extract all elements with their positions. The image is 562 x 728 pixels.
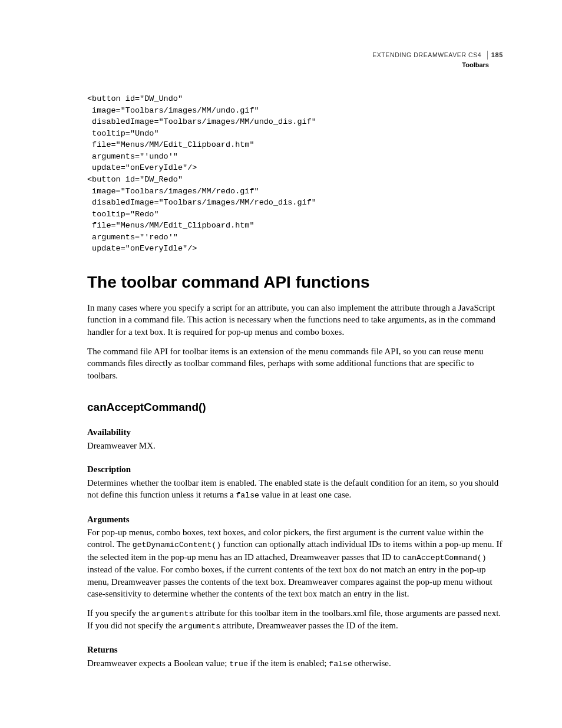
doc-title: EXTENDING DREAMWEAVER CS4 [372, 51, 481, 58]
section-heading: The toolbar command API functions [87, 271, 503, 294]
returns-code2: false [329, 660, 352, 668]
returns-mid: if the item is enabled; [248, 658, 329, 668]
returns-post: otherwise. [352, 658, 391, 668]
arguments-p2-code1: arguments [151, 610, 193, 618]
arguments-p1: For pop-up menus, combo boxes, text boxe… [87, 526, 503, 600]
arguments-p1-post: instead of the value. For combo boxes, i… [87, 565, 492, 598]
intro-paragraph-2: The command file API for toolbar items i… [87, 345, 503, 382]
returns-label: Returns [87, 644, 503, 655]
code-block: <button id="DW_Undo" image="Toolbars/ima… [87, 93, 503, 255]
arguments-p2: If you specify the arguments attribute f… [87, 607, 503, 632]
returns-text: Dreamweaver expects a Boolean value; tru… [87, 657, 503, 670]
description-post: value in at least one case. [259, 490, 351, 499]
availability-text: Dreamweaver MX. [87, 440, 503, 452]
running-header: EXTENDING DREAMWEAVER CS4 185 Toolbars [372, 51, 503, 70]
description-code: false [236, 491, 259, 500]
arguments-label: Arguments [87, 513, 503, 525]
page: EXTENDING DREAMWEAVER CS4 185 Toolbars <… [0, 0, 562, 728]
section-name: Toolbars [372, 61, 503, 70]
page-number: 185 [487, 51, 503, 60]
description-label: Description [87, 463, 503, 475]
returns-pre: Dreamweaver expects a Boolean value; [87, 658, 229, 668]
arguments-p1-code1: getDynamicContent() [133, 541, 221, 549]
intro-paragraph-1: In many cases where you specify a script… [87, 302, 503, 338]
arguments-p2-pre: If you specify the [87, 608, 151, 618]
content-area: <button id="DW_Undo" image="Toolbars/ima… [87, 93, 503, 670]
function-heading: canAcceptCommand() [87, 400, 503, 415]
arguments-p1-code2: canAcceptCommand() [402, 554, 486, 562]
returns-code1: true [229, 660, 248, 668]
description-text: Determines whether the toolbar item is e… [87, 477, 503, 502]
doc-title-line: EXTENDING DREAMWEAVER CS4 185 [372, 51, 503, 60]
arguments-p2-post: attribute, Dreamweaver passes the ID of … [220, 621, 398, 630]
arguments-p2-code2: arguments [178, 622, 220, 631]
availability-label: Availability [87, 426, 503, 438]
